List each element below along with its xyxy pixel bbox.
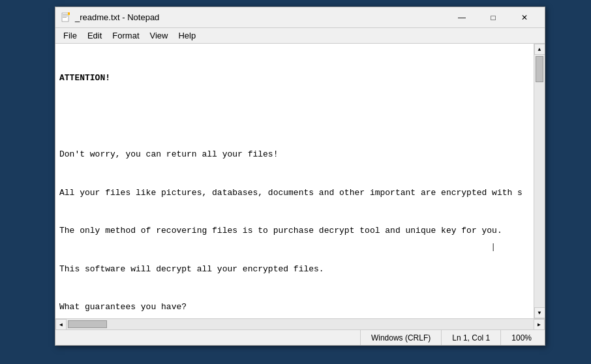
window-controls: — □ ✕ xyxy=(447,7,539,28)
scroll-down-button[interactable]: ▼ xyxy=(534,307,545,318)
maximize-button[interactable]: □ xyxy=(478,7,508,28)
menu-file[interactable]: File xyxy=(58,29,82,42)
scroll-thumb-v[interactable] xyxy=(536,56,543,82)
menu-view[interactable]: View xyxy=(145,29,174,42)
scroll-up-button[interactable]: ▲ xyxy=(534,44,545,55)
zoom-status: 100% xyxy=(500,330,542,345)
scroll-track-v[interactable] xyxy=(534,55,545,307)
cursor-position-status: Ln 1, Col 1 xyxy=(441,330,500,345)
svg-rect-1 xyxy=(63,14,68,15)
scroll-track-h[interactable] xyxy=(67,319,534,329)
scroll-right-button[interactable]: ▶ xyxy=(534,319,545,330)
line-4: All your files like pictures, databases,… xyxy=(59,187,530,200)
vertical-scrollbar[interactable]: ▲ ▼ xyxy=(534,44,545,318)
notepad-window: _readme.txt - Notepad — □ ✕ File Edit Fo… xyxy=(55,7,545,346)
menu-format[interactable]: Format xyxy=(107,29,144,42)
text-content[interactable]: ATTENTION! Don't worry, you can return a… xyxy=(55,44,534,318)
window-title: _readme.txt - Notepad xyxy=(75,12,447,22)
svg-rect-3 xyxy=(63,17,67,18)
line-ending-status: Windows (CRLF) xyxy=(360,330,441,345)
scroll-thumb-h[interactable] xyxy=(68,320,107,328)
minimize-button[interactable]: — xyxy=(447,7,477,28)
content-wrapper: ATTENTION! Don't worry, you can return a… xyxy=(55,44,545,318)
close-button[interactable]: ✕ xyxy=(509,7,539,28)
title-bar: _readme.txt - Notepad — □ ✕ xyxy=(55,7,545,28)
menu-edit[interactable]: Edit xyxy=(82,29,107,42)
notepad-icon xyxy=(61,12,71,23)
status-bar: Windows (CRLF) Ln 1, Col 1 100% xyxy=(55,329,545,345)
line-3: Don't worry, you can return all your fil… xyxy=(59,148,530,161)
line-1: ATTENTION! xyxy=(59,72,530,85)
menu-help[interactable]: Help xyxy=(173,29,201,42)
menu-bar: File Edit Format View Help xyxy=(55,28,545,44)
line-7: What guarantees you have? xyxy=(59,301,530,314)
text-cursor: | xyxy=(451,228,494,267)
horizontal-scrollbar[interactable]: ◀ ▶ xyxy=(55,318,545,329)
scroll-left-button[interactable]: ◀ xyxy=(55,319,67,330)
line-2 xyxy=(59,110,530,123)
svg-rect-2 xyxy=(63,16,68,16)
